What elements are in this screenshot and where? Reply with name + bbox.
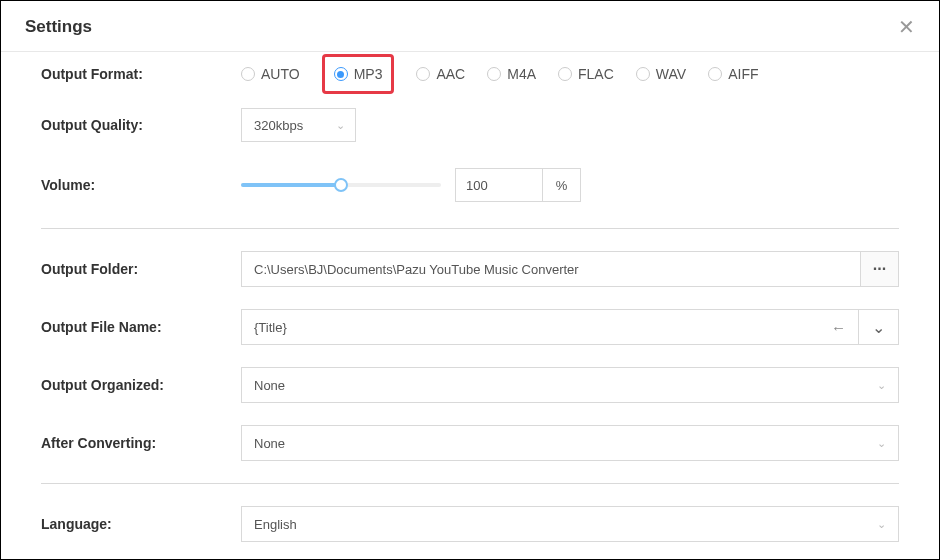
divider [41,483,899,484]
label-volume: Volume: [41,177,241,193]
chevron-down-icon: ⌄ [877,379,886,392]
output-quality-select[interactable]: 320kbps ⌄ [241,108,356,142]
radio-m4a[interactable]: M4A [487,66,536,82]
radio-auto[interactable]: AUTO [241,66,300,82]
label-output-organized: Output Organized: [41,377,241,393]
row-after-converting: After Converting: None ⌄ [41,425,899,461]
volume-slider[interactable] [241,178,441,192]
radio-label: AAC [436,66,465,82]
radio-label: M4A [507,66,536,82]
label-after-converting: After Converting: [41,435,241,451]
after-converting-select[interactable]: None ⌄ [241,425,899,461]
output-organized-value: None [254,378,285,393]
chevron-down-icon: ⌄ [877,518,886,531]
dialog-content: Output Format: AUTO MP3 AAC M4A FLAC [1,52,939,542]
row-output-folder: Output Folder: C:\Users\BJ\Documents\Paz… [41,251,899,287]
language-value: English [254,517,297,532]
more-icon: ··· [873,260,886,278]
output-filename-field[interactable]: {Title} ← [241,309,859,345]
row-language: Language: English ⌄ [41,506,899,542]
row-output-filename: Output File Name: {Title} ← ⌄ [41,309,899,345]
volume-input[interactable]: 100 [455,168,543,202]
filename-expand-button[interactable]: ⌄ [859,309,899,345]
label-output-folder: Output Folder: [41,261,241,277]
radio-circle-icon [416,67,430,81]
divider [41,228,899,229]
output-quality-value: 320kbps [254,118,303,133]
radio-circle-icon [708,67,722,81]
dialog-title: Settings [25,17,92,37]
label-output-quality: Output Quality: [41,117,241,133]
back-arrow-icon[interactable]: ← [831,319,846,336]
label-output-filename: Output File Name: [41,319,241,335]
radio-circle-icon [241,67,255,81]
output-filename-value: {Title} [254,320,287,335]
dialog-header: Settings ✕ [1,1,939,52]
slider-thumb[interactable] [334,178,348,192]
radio-flac[interactable]: FLAC [558,66,614,82]
radio-aiff[interactable]: AIFF [708,66,758,82]
label-output-format: Output Format: [41,66,241,82]
output-folder-field[interactable]: C:\Users\BJ\Documents\Pazu YouTube Music… [241,251,861,287]
radio-aac[interactable]: AAC [416,66,465,82]
radio-label: MP3 [354,66,383,82]
chevron-down-icon: ⌄ [877,437,886,450]
output-organized-select[interactable]: None ⌄ [241,367,899,403]
radio-wav[interactable]: WAV [636,66,686,82]
radio-circle-on [558,67,572,81]
chevron-down-icon: ⌄ [336,119,345,132]
volume-controls: 100 % [241,168,899,202]
radio-circle-icon [487,67,501,81]
slider-fill [241,183,341,187]
radio-circle-icon [334,67,348,81]
radio-label: AUTO [261,66,300,82]
row-output-quality: Output Quality: 320kbps ⌄ [41,108,899,142]
close-icon[interactable]: ✕ [898,17,915,37]
output-format-radio-group: AUTO MP3 AAC M4A FLAC WAV [241,66,759,82]
radio-label: WAV [656,66,686,82]
radio-mp3[interactable]: MP3 [322,54,395,94]
output-folder-path: C:\Users\BJ\Documents\Pazu YouTube Music… [254,262,579,277]
radio-label: AIFF [728,66,758,82]
row-volume: Volume: 100 % [41,168,899,202]
after-converting-value: None [254,436,285,451]
row-output-organized: Output Organized: None ⌄ [41,367,899,403]
language-select[interactable]: English ⌄ [241,506,899,542]
browse-button[interactable]: ··· [861,251,899,287]
label-language: Language: [41,516,241,532]
row-output-format: Output Format: AUTO MP3 AAC M4A FLAC [41,66,899,82]
volume-unit: % [543,168,581,202]
volume-value: 100 [466,178,488,193]
radio-label: FLAC [578,66,614,82]
chevron-down-icon: ⌄ [872,318,885,337]
radio-circle-icon [636,67,650,81]
